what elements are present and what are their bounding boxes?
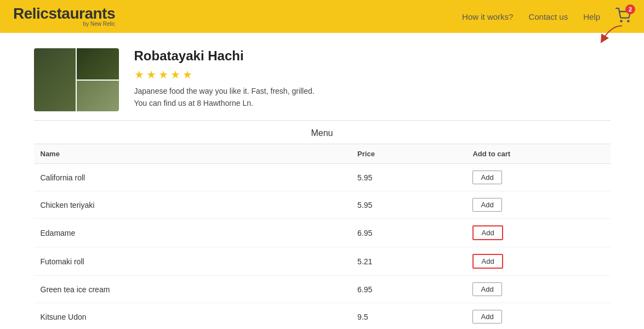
logo-title: Relicstaurants bbox=[13, 6, 115, 21]
add-to-cart-button[interactable]: Add bbox=[472, 198, 501, 212]
star-4: ★ bbox=[170, 68, 180, 81]
menu-item-name: Edamame bbox=[34, 219, 351, 247]
table-header-row: Name Price Add to cart bbox=[34, 144, 611, 164]
table-row: Futomaki roll5.21Add bbox=[34, 247, 611, 276]
menu-item-name: Futomaki roll bbox=[34, 247, 351, 276]
svg-point-1 bbox=[628, 20, 629, 21]
star-1: ★ bbox=[134, 68, 144, 81]
header: Relicstaurants by New Relic How it works… bbox=[0, 0, 644, 33]
add-to-cart-button[interactable]: Add bbox=[472, 310, 501, 324]
header-nav: How it works? Contact us Help 2 bbox=[462, 8, 631, 25]
nav-help[interactable]: Help bbox=[583, 12, 600, 21]
menu-item-cart-cell: Add bbox=[466, 247, 610, 276]
menu-item-cart-cell: Add bbox=[466, 191, 610, 219]
logo-subtitle: by New Relic bbox=[13, 21, 115, 27]
menu-item-price: 5.21 bbox=[351, 247, 466, 276]
menu-title: Menu bbox=[34, 121, 611, 144]
star-3: ★ bbox=[158, 68, 168, 81]
menu-item-cart-cell: Add bbox=[466, 276, 610, 303]
column-header-cart: Add to cart bbox=[466, 144, 610, 164]
restaurant-info: Robatayaki Hachi ★ ★ ★ ★ ★ Japanese food… bbox=[134, 48, 611, 107]
menu-item-name: California roll bbox=[34, 164, 351, 191]
add-to-cart-button[interactable]: Add bbox=[472, 254, 503, 269]
menu-table: Name Price Add to cart California roll5.… bbox=[34, 144, 611, 329]
restaurant-address: You can find us at 8 Hawthorne Ln. bbox=[134, 99, 611, 107]
menu-item-price: 5.95 bbox=[351, 164, 466, 191]
svg-point-0 bbox=[620, 20, 622, 21]
menu-item-price: 6.95 bbox=[351, 276, 466, 303]
column-header-price: Price bbox=[351, 144, 466, 164]
menu-section: Menu Name Price Add to cart California r… bbox=[21, 120, 624, 329]
restaurant-section: Robatayaki Hachi ★ ★ ★ ★ ★ Japanese food… bbox=[21, 33, 624, 120]
column-header-name: Name bbox=[34, 144, 351, 164]
star-rating: ★ ★ ★ ★ ★ bbox=[134, 68, 611, 81]
star-5: ★ bbox=[183, 68, 192, 81]
menu-item-cart-cell: Add bbox=[466, 219, 610, 247]
menu-item-cart-cell: Add bbox=[466, 303, 610, 330]
table-row: Green tea ice cream6.95Add bbox=[34, 276, 611, 303]
menu-item-name: Green tea ice cream bbox=[34, 276, 351, 303]
restaurant-image bbox=[34, 48, 119, 111]
cart-badge: 2 bbox=[625, 4, 635, 14]
menu-item-price: 9.5 bbox=[351, 303, 466, 330]
table-row: Kitsune Udon9.5Add bbox=[34, 303, 611, 330]
cart-button[interactable]: 2 bbox=[615, 8, 631, 25]
menu-item-name: Kitsune Udon bbox=[34, 303, 351, 330]
nav-contact-us[interactable]: Contact us bbox=[528, 12, 568, 21]
menu-item-price: 5.95 bbox=[351, 191, 466, 219]
add-to-cart-button[interactable]: Add bbox=[472, 171, 501, 184]
restaurant-description: Japanese food the way you like it. Fast,… bbox=[134, 87, 611, 95]
table-row: Chicken teriyaki5.95Add bbox=[34, 191, 611, 219]
star-2: ★ bbox=[146, 68, 156, 81]
menu-item-cart-cell: Add bbox=[466, 164, 610, 191]
logo[interactable]: Relicstaurants by New Relic bbox=[13, 6, 115, 27]
menu-item-name: Chicken teriyaki bbox=[34, 191, 351, 219]
nav-how-it-works[interactable]: How it works? bbox=[462, 12, 513, 21]
add-to-cart-button[interactable]: Add bbox=[472, 225, 503, 240]
table-row: Edamame6.95Add bbox=[34, 219, 611, 247]
add-to-cart-button[interactable]: Add bbox=[472, 282, 501, 296]
menu-item-price: 6.95 bbox=[351, 219, 466, 247]
table-row: California roll5.95Add bbox=[34, 164, 611, 191]
restaurant-name: Robatayaki Hachi bbox=[134, 48, 611, 64]
